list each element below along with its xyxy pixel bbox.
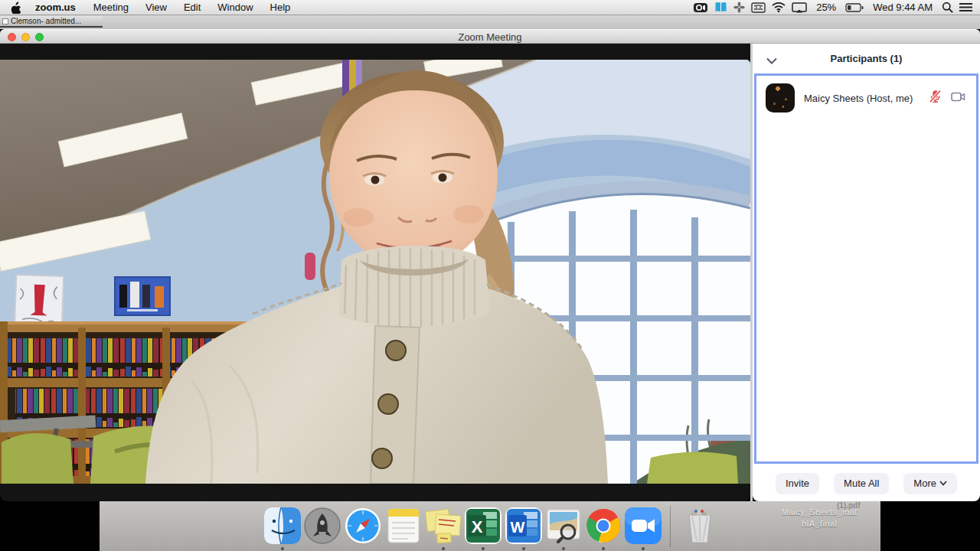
sweater-collar <box>338 246 490 326</box>
battery-icon <box>845 3 864 12</box>
chevron-down-icon <box>939 481 947 486</box>
fan-status-icon[interactable] <box>733 2 745 13</box>
word-dock-icon[interactable]: W <box>505 507 542 544</box>
menu-view[interactable]: View <box>137 0 175 15</box>
finder-dock-icon[interactable] <box>264 507 301 544</box>
zoom-video-window <box>0 44 750 501</box>
battery-percent: 25% <box>813 2 839 13</box>
zoom-dock-icon[interactable] <box>625 507 662 544</box>
invite-button[interactable]: Invite <box>776 473 819 494</box>
menu-bar-clock[interactable]: Wed 9:44 AM <box>870 2 936 13</box>
document-icon <box>2 18 8 24</box>
spotlight-search-icon[interactable] <box>942 2 953 13</box>
participants-panel-footer: Invite Mute All More <box>753 465 980 501</box>
more-button[interactable]: More <box>903 473 957 494</box>
menu-window[interactable]: Window <box>209 0 261 15</box>
wifi-status-icon[interactable] <box>772 2 786 12</box>
participant-video-thumbnail <box>766 83 795 112</box>
participants-list[interactable]: Maicy Sheets (Host, me) <box>754 73 978 464</box>
participants-panel: Participants (1) Maicy Sheets (Host, me)… <box>753 44 980 501</box>
menu-edit[interactable]: Edit <box>175 0 209 15</box>
excel-dock-icon[interactable]: X <box>465 507 501 544</box>
zoom-window-titlebar: Zoom Meeting <box>0 29 980 44</box>
dock-divider <box>670 506 671 547</box>
mute-all-button[interactable]: Mute All <box>834 473 889 494</box>
mic-muted-icon <box>929 90 942 106</box>
apple-menu-icon[interactable] <box>0 2 26 14</box>
dock: X W <box>100 504 880 551</box>
menu-meeting[interactable]: Meeting <box>85 0 137 15</box>
menu-bar: zoom.us Meeting View Edit Window Help 25… <box>0 0 980 15</box>
chrome-dock-icon[interactable] <box>585 507 622 544</box>
sweater-button <box>372 448 392 468</box>
launchpad-dock-icon[interactable] <box>304 507 341 544</box>
book-app-status-icon[interactable] <box>714 2 727 13</box>
word-glyph: W <box>511 519 525 536</box>
excel-glyph: X <box>472 517 483 536</box>
stickies-dock-icon[interactable] <box>425 507 462 544</box>
notification-center-icon[interactable] <box>959 2 972 12</box>
menu-help[interactable]: Help <box>262 0 299 15</box>
blue-poster <box>115 277 170 315</box>
safari-dock-icon[interactable] <box>345 507 381 544</box>
video-on-icon <box>951 91 965 105</box>
background-window-tab[interactable]: Clemson- admitted... <box>0 16 103 28</box>
airplay-display-status-icon[interactable] <box>792 2 807 13</box>
background-tab-label: Clemson- admitted... <box>11 17 81 25</box>
trash-dock-icon[interactable] <box>681 507 718 544</box>
sweater-button <box>386 341 406 360</box>
library-scene <box>0 60 750 484</box>
participants-panel-header: Participants (1) <box>753 44 980 73</box>
participants-panel-title: Participants (1) <box>753 53 980 64</box>
participant-row[interactable]: Maicy Sheets (Host, me) <box>756 76 976 120</box>
notes-dock-icon[interactable] <box>385 507 422 544</box>
zoom-status-icon[interactable] <box>693 2 708 13</box>
red-tassel <box>305 253 315 280</box>
keyboard-shortcut-status-icon[interactable] <box>751 2 766 13</box>
sweater-button <box>378 394 398 414</box>
chevron-down-icon[interactable] <box>766 54 779 63</box>
webcam-video-feed <box>0 60 750 484</box>
participant-name: Maicy Sheets (Host, me) <box>804 93 920 104</box>
window-title: Zoom Meeting <box>0 31 980 43</box>
preview-dock-icon[interactable] <box>545 507 582 544</box>
background-window-strip: Clemson- admitted... <box>0 15 980 29</box>
app-menu-zoomus[interactable]: zoom.us <box>26 2 85 13</box>
